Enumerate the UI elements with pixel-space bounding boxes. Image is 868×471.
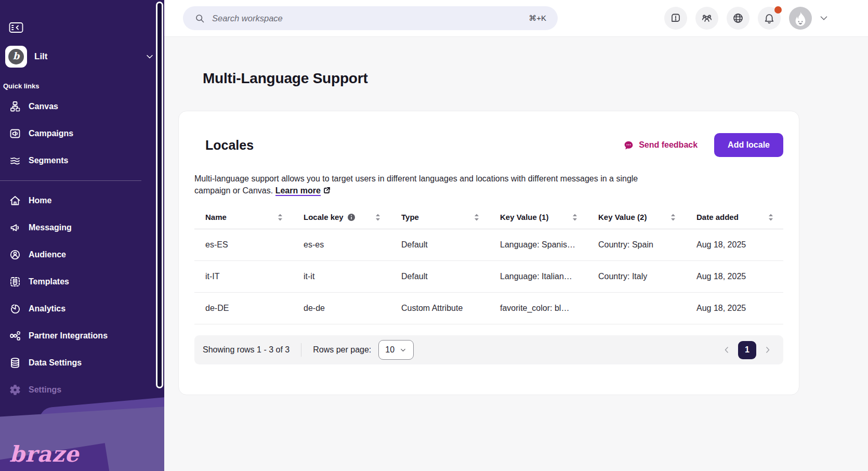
sidebar-item-label: Campaigns [29, 129, 73, 138]
table-row[interactable]: it-IT it-it Default Language: Italian… C… [194, 261, 783, 293]
sidebar-item-analytics[interactable]: Analytics [0, 295, 164, 322]
partner-integrations-icon [9, 330, 21, 342]
table-footer: Showing rows 1 - 3 of 3 Rows per page: 1… [194, 335, 783, 364]
learn-more-link[interactable]: Learn more [275, 186, 321, 196]
send-feedback-label: Send feedback [639, 140, 698, 150]
globe-icon [732, 12, 744, 24]
sidebar-item-campaigns[interactable]: Campaigns [0, 120, 164, 147]
flame-mascot-icon [792, 11, 809, 30]
sidebar-item-settings[interactable]: Settings [0, 376, 164, 403]
previous-page-button[interactable] [721, 345, 732, 355]
rows-per-page-value: 10 [385, 345, 394, 355]
collapse-sidebar-icon [8, 21, 24, 34]
sidebar-item-audience[interactable]: Audience [0, 241, 164, 268]
sort-icon[interactable] [670, 213, 676, 221]
account-avatar[interactable] [789, 7, 812, 30]
cell-type: Default [390, 272, 489, 281]
cell-locale-key: de-de [293, 304, 390, 313]
column-header-date-added[interactable]: Date added [686, 213, 783, 221]
send-feedback-link[interactable]: Send feedback [623, 140, 698, 151]
sidebar-item-label: Messaging [29, 223, 72, 232]
column-header-name[interactable]: Name [194, 213, 293, 221]
cell-type: Custom Attribute [390, 304, 489, 313]
main-area: Search workspace ⌘+K [164, 0, 868, 471]
sidebar-item-home[interactable]: Home [0, 187, 164, 214]
alert-bubble-icon [669, 12, 682, 24]
rows-per-page-label: Rows per page: [313, 345, 371, 355]
search-shortcut-hint: ⌘+K [529, 14, 546, 23]
description-text: Multi-language support allows you to tar… [194, 174, 638, 195]
sort-icon[interactable] [474, 213, 480, 221]
page-number-button[interactable]: 1 [738, 341, 756, 359]
sidebar-item-segments[interactable]: Segments [0, 147, 164, 174]
locales-table: Name Locale key Type Key Value (1) [194, 205, 783, 364]
sidebar-item-label: Partner Integrations [29, 331, 108, 341]
sidebar-item-templates[interactable]: Templates [0, 268, 164, 295]
alert-feedback-button[interactable] [664, 7, 687, 30]
table-row[interactable]: de-DE de-de Custom Attribute favorite_co… [194, 293, 783, 324]
teams-button[interactable] [695, 7, 718, 30]
pagination: 1 [721, 341, 773, 359]
quick-links-heading: Quick links [3, 82, 164, 90]
account-menu-chevron-icon[interactable] [818, 12, 830, 24]
wave-band-upper [38, 397, 164, 444]
column-header-key-value-2[interactable]: Key Value (2) [587, 213, 686, 221]
sidebar-collapse-button[interactable] [8, 21, 24, 34]
search-placeholder: Search workspace [212, 14, 283, 23]
add-locale-button[interactable]: Add locale [714, 133, 783, 157]
cell-date-added: Aug 18, 2025 [686, 240, 783, 250]
workspace-logo-letter: b [13, 51, 20, 62]
messaging-icon [9, 221, 21, 234]
notifications-button[interactable] [758, 7, 781, 30]
cell-key-value-2: Country: Italy [587, 272, 686, 281]
cell-date-added: Aug 18, 2025 [686, 272, 783, 281]
sidebar: b Lilt Quick links Canvas [0, 0, 164, 471]
cell-name: es-ES [194, 240, 293, 250]
templates-icon [9, 276, 21, 288]
sidebar-item-data-settings[interactable]: Data Settings [0, 349, 164, 376]
sidebar-scrollbar[interactable] [156, 2, 163, 388]
column-header-type[interactable]: Type [390, 213, 489, 221]
cell-locale-key: it-it [293, 272, 390, 281]
audience-icon [9, 248, 21, 261]
external-link-icon [323, 187, 331, 194]
bell-icon [763, 12, 775, 24]
main-nav: Home Messaging Audience [0, 187, 164, 403]
sort-icon[interactable] [768, 213, 774, 221]
sort-icon[interactable] [277, 213, 283, 221]
segments-icon [9, 154, 21, 167]
cell-name: it-IT [194, 272, 293, 281]
campaigns-icon [9, 127, 21, 140]
home-icon [9, 194, 21, 207]
language-button[interactable] [727, 7, 749, 30]
sidebar-item-label: Audience [29, 250, 66, 259]
workspace-switcher[interactable]: b Lilt [0, 45, 164, 69]
footer-divider [301, 343, 301, 357]
rows-per-page-select[interactable]: 10 [378, 340, 414, 360]
page-title: Multi-Language Support [203, 70, 868, 87]
table-row[interactable]: es-ES es-es Default Language: Spanis… Co… [194, 229, 783, 261]
sidebar-item-canvas[interactable]: Canvas [0, 93, 164, 120]
sort-icon[interactable] [572, 213, 578, 221]
card-description: Multi-language support allows you to tar… [194, 173, 668, 197]
sidebar-item-label: Templates [29, 277, 69, 286]
sidebar-item-label: Home [29, 196, 51, 205]
card-header: Locales Send feedback Add locale [194, 133, 783, 157]
sort-icon[interactable] [375, 213, 381, 221]
quick-links-nav: Canvas Campaigns Segments [0, 93, 164, 174]
chevron-down-icon [144, 51, 155, 62]
next-page-button[interactable] [762, 345, 773, 355]
column-header-locale-key[interactable]: Locale key [293, 213, 390, 221]
cell-key-value-1: favorite_color: bl… [489, 304, 587, 313]
column-header-key-value-1[interactable]: Key Value (1) [489, 213, 587, 221]
sidebar-item-partner-integrations[interactable]: Partner Integrations [0, 322, 164, 349]
workspace-name: Lilt [34, 51, 48, 62]
info-icon[interactable] [347, 213, 356, 221]
sidebar-divider [0, 180, 141, 181]
feedback-bubble-icon [623, 140, 634, 151]
search-input[interactable]: Search workspace ⌘+K [183, 6, 558, 30]
sidebar-item-messaging[interactable]: Messaging [0, 214, 164, 241]
settings-icon [9, 384, 21, 396]
canvas-icon [9, 100, 21, 113]
topbar: Search workspace ⌘+K [164, 0, 868, 37]
